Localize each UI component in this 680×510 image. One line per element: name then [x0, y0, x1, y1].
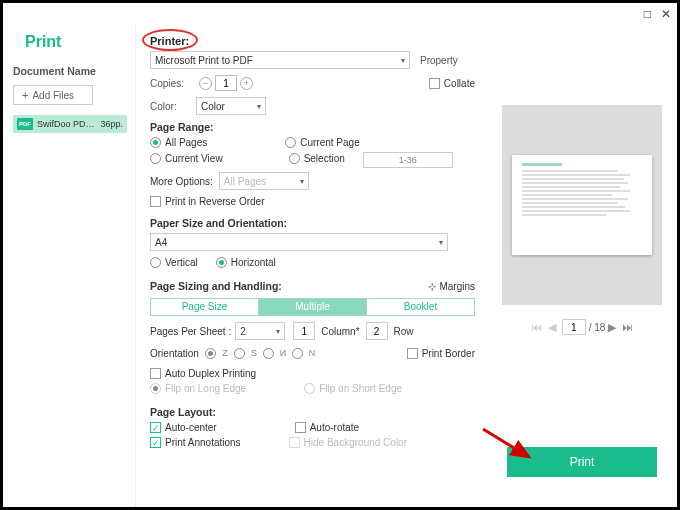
orient-n2-icon: N [305, 346, 319, 360]
auto-duplex-checkbox[interactable]: Auto Duplex Printing [150, 368, 256, 379]
more-options-label: More Options: [150, 176, 213, 187]
add-files-label: Add Files [32, 90, 74, 101]
pages-per-sheet-select[interactable]: 2 ▾ [235, 322, 285, 340]
column-label: Column* [321, 326, 359, 337]
selection-radio[interactable]: Selection [289, 153, 345, 164]
print-annotations-checkbox[interactable]: ✓Print Annotations [150, 437, 241, 448]
current-view-radio[interactable]: Current View [150, 153, 223, 164]
margins-icon: ⊹ [428, 281, 436, 292]
print-button[interactable]: Print [507, 447, 657, 477]
more-options-select[interactable]: All Pages ▾ [219, 172, 309, 190]
chevron-down-icon: ▾ [439, 238, 443, 247]
printer-label: Printer: [150, 35, 189, 47]
chevron-down-icon: ▾ [276, 327, 280, 336]
auto-rotate-checkbox[interactable]: Auto-rotate [295, 422, 359, 433]
orient-z-icon: Z [218, 346, 232, 360]
page-title: Print [25, 33, 127, 51]
pager-total: / 18 [589, 322, 606, 333]
close-icon[interactable]: ✕ [661, 7, 671, 21]
page-range-label: Page Range: [150, 121, 475, 133]
all-pages-radio[interactable]: All Pages [150, 137, 207, 148]
print-border-label: Print Border [422, 348, 475, 359]
tab-page-size[interactable]: Page Size [151, 299, 258, 315]
printer-select[interactable]: Microsoft Print to PDF ▾ [150, 51, 410, 69]
orient-opt-4[interactable] [292, 348, 303, 359]
print-preview [502, 105, 662, 305]
vertical-radio[interactable]: Vertical [150, 257, 198, 268]
orient-opt-1[interactable] [205, 348, 216, 359]
current-page-radio[interactable]: Current Page [285, 137, 359, 148]
row-label: Row [394, 326, 414, 337]
color-label: Color: [150, 101, 196, 112]
reverse-order-checkbox[interactable]: Print in Reverse Order [150, 196, 264, 207]
sizing-tabs: Page Size Multiple Booklet [150, 298, 475, 316]
printer-select-value: Microsoft Print to PDF [155, 55, 253, 66]
page-range-input[interactable] [363, 152, 453, 168]
pager-page-input[interactable] [562, 319, 586, 335]
collate-label: Collate [444, 78, 475, 89]
document-name-label: Document Name [13, 65, 127, 77]
preview-page [512, 155, 652, 255]
file-list-item[interactable]: PDF SwifDoo PDF ... 36pp. [13, 115, 127, 133]
chevron-down-icon: ▾ [401, 56, 405, 65]
tab-booklet[interactable]: Booklet [366, 299, 474, 315]
chevron-down-icon: ▾ [300, 177, 304, 186]
row-input[interactable] [366, 322, 388, 340]
color-select-value: Color [201, 101, 225, 112]
flip-short-edge-radio: Flip on Short Edge [304, 383, 402, 394]
pager-prev-icon[interactable]: ◀ [548, 321, 556, 334]
sizing-handling-label: Page Sizing and Handling: [150, 280, 282, 292]
page-layout-label: Page Layout: [150, 406, 475, 418]
horizontal-radio[interactable]: Horizontal [216, 257, 276, 268]
tab-multiple[interactable]: Multiple [258, 299, 366, 315]
pager-last-icon[interactable]: ⏭ [622, 321, 633, 333]
file-name: SwifDoo PDF ... [37, 119, 96, 129]
copies-label: Copies: [150, 78, 196, 89]
pager-first-icon[interactable]: ⏮ [531, 321, 542, 333]
hide-background-checkbox: Hide Background Color [289, 437, 407, 448]
printer-property-link[interactable]: Property [420, 55, 458, 66]
orientation-label: Orientation [150, 348, 199, 359]
collate-checkbox[interactable] [429, 78, 440, 89]
add-files-button[interactable]: + Add Files [13, 85, 93, 105]
auto-center-checkbox[interactable]: ✓Auto-center [150, 422, 217, 433]
file-page-count: 36pp. [100, 119, 123, 129]
copies-increment-button[interactable]: + [240, 77, 253, 90]
color-select[interactable]: Color ▾ [196, 97, 266, 115]
flip-long-edge-radio: Flip on Long Edge [150, 383, 246, 394]
more-options-value: All Pages [224, 176, 266, 187]
paper-size-value: A4 [155, 237, 167, 248]
print-border-checkbox[interactable] [407, 348, 418, 359]
chevron-down-icon: ▾ [257, 102, 261, 111]
maximize-icon[interactable]: □ [644, 7, 651, 21]
paper-size-label: Paper Size and Orientation: [150, 217, 475, 229]
copies-decrement-button[interactable]: − [199, 77, 212, 90]
pages-per-sheet-value: 2 [240, 326, 246, 337]
pdf-icon: PDF [17, 118, 33, 130]
pager-next-icon[interactable]: ▶ [608, 321, 616, 334]
column-input[interactable] [293, 322, 315, 340]
orient-n-icon: И [276, 346, 290, 360]
plus-icon: + [22, 89, 28, 101]
orient-opt-2[interactable] [234, 348, 245, 359]
paper-size-select[interactable]: A4 ▾ [150, 233, 448, 251]
margins-button[interactable]: ⊹ Margins [428, 281, 475, 292]
pages-per-sheet-label: Pages Per Sheet : [150, 326, 231, 337]
preview-pager: ⏮ ◀ / 18 ▶ ⏭ [528, 319, 637, 335]
orient-s-icon: S [247, 346, 261, 360]
copies-input[interactable] [215, 75, 237, 91]
orient-opt-3[interactable] [263, 348, 274, 359]
